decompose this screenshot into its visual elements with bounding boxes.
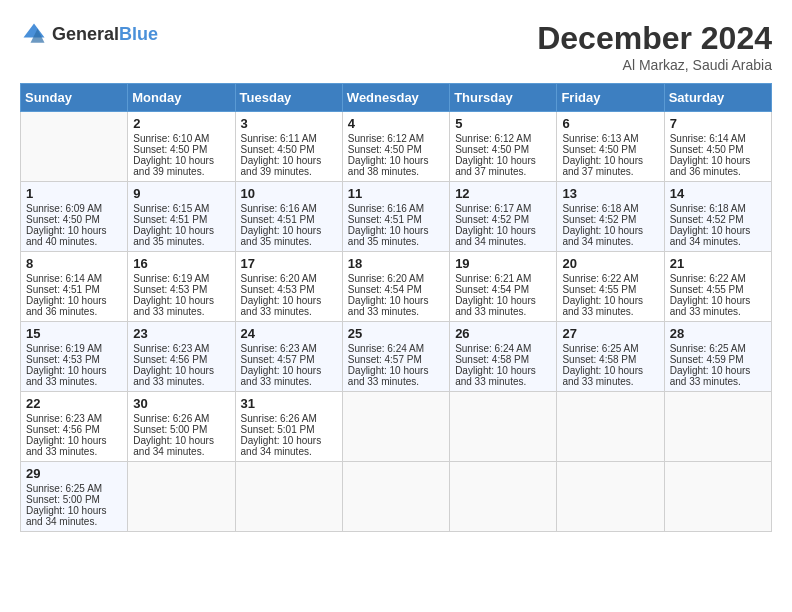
day-number: 4 [348, 116, 444, 131]
table-row: 30Sunrise: 6:26 AMSunset: 5:00 PMDayligh… [128, 392, 235, 462]
col-saturday: Saturday [664, 84, 771, 112]
daylight-label: Daylight: 10 hours and 34 minutes. [670, 225, 751, 247]
table-row: 3Sunrise: 6:11 AMSunset: 4:50 PMDaylight… [235, 112, 342, 182]
sunset-label: Sunset: 4:53 PM [133, 284, 207, 295]
sunset-label: Sunset: 4:50 PM [348, 144, 422, 155]
sunrise-label: Sunrise: 6:20 AM [241, 273, 317, 284]
location-title: Al Markaz, Saudi Arabia [537, 57, 772, 73]
calendar: Sunday Monday Tuesday Wednesday Thursday… [20, 83, 772, 532]
daylight-label: Daylight: 10 hours and 34 minutes. [455, 225, 536, 247]
col-monday: Monday [128, 84, 235, 112]
calendar-row: 2Sunrise: 6:10 AMSunset: 4:50 PMDaylight… [21, 112, 772, 182]
table-row: 25Sunrise: 6:24 AMSunset: 4:57 PMDayligh… [342, 322, 449, 392]
day-number: 31 [241, 396, 337, 411]
sunrise-label: Sunrise: 6:21 AM [455, 273, 531, 284]
table-row: 17Sunrise: 6:20 AMSunset: 4:53 PMDayligh… [235, 252, 342, 322]
table-row [664, 392, 771, 462]
col-tuesday: Tuesday [235, 84, 342, 112]
table-row: 20Sunrise: 6:22 AMSunset: 4:55 PMDayligh… [557, 252, 664, 322]
sunrise-label: Sunrise: 6:25 AM [26, 483, 102, 494]
day-number: 9 [133, 186, 229, 201]
sunset-label: Sunset: 4:54 PM [455, 284, 529, 295]
daylight-label: Daylight: 10 hours and 37 minutes. [562, 155, 643, 177]
day-number: 15 [26, 326, 122, 341]
daylight-label: Daylight: 10 hours and 33 minutes. [455, 295, 536, 317]
daylight-label: Daylight: 10 hours and 33 minutes. [26, 365, 107, 387]
table-row [450, 462, 557, 532]
sunset-label: Sunset: 4:52 PM [670, 214, 744, 225]
table-row: 21Sunrise: 6:22 AMSunset: 4:55 PMDayligh… [664, 252, 771, 322]
sunset-label: Sunset: 4:52 PM [455, 214, 529, 225]
sunset-label: Sunset: 4:52 PM [562, 214, 636, 225]
sunset-label: Sunset: 4:58 PM [562, 354, 636, 365]
sunset-label: Sunset: 4:50 PM [562, 144, 636, 155]
table-row [235, 462, 342, 532]
sunrise-label: Sunrise: 6:19 AM [26, 343, 102, 354]
day-number: 22 [26, 396, 122, 411]
daylight-label: Daylight: 10 hours and 35 minutes. [348, 225, 429, 247]
daylight-label: Daylight: 10 hours and 39 minutes. [241, 155, 322, 177]
sunrise-label: Sunrise: 6:12 AM [348, 133, 424, 144]
sunrise-label: Sunrise: 6:25 AM [562, 343, 638, 354]
table-row: 15Sunrise: 6:19 AMSunset: 4:53 PMDayligh… [21, 322, 128, 392]
sunrise-label: Sunrise: 6:20 AM [348, 273, 424, 284]
daylight-label: Daylight: 10 hours and 33 minutes. [133, 295, 214, 317]
sunset-label: Sunset: 5:01 PM [241, 424, 315, 435]
table-row [557, 392, 664, 462]
table-row: 7Sunrise: 6:14 AMSunset: 4:50 PMDaylight… [664, 112, 771, 182]
sunrise-label: Sunrise: 6:22 AM [562, 273, 638, 284]
sunrise-label: Sunrise: 6:18 AM [562, 203, 638, 214]
daylight-label: Daylight: 10 hours and 34 minutes. [133, 435, 214, 457]
table-row: 19Sunrise: 6:21 AMSunset: 4:54 PMDayligh… [450, 252, 557, 322]
sunset-label: Sunset: 4:57 PM [241, 354, 315, 365]
day-number: 7 [670, 116, 766, 131]
sunrise-label: Sunrise: 6:10 AM [133, 133, 209, 144]
day-number: 12 [455, 186, 551, 201]
table-row: 23Sunrise: 6:23 AMSunset: 4:56 PMDayligh… [128, 322, 235, 392]
sunrise-label: Sunrise: 6:23 AM [133, 343, 209, 354]
sunrise-label: Sunrise: 6:16 AM [241, 203, 317, 214]
day-number: 6 [562, 116, 658, 131]
sunrise-label: Sunrise: 6:19 AM [133, 273, 209, 284]
day-number: 23 [133, 326, 229, 341]
col-sunday: Sunday [21, 84, 128, 112]
day-number: 25 [348, 326, 444, 341]
daylight-label: Daylight: 10 hours and 33 minutes. [26, 435, 107, 457]
day-number: 16 [133, 256, 229, 271]
logo: GeneralBlue [20, 20, 158, 48]
col-thursday: Thursday [450, 84, 557, 112]
sunrise-label: Sunrise: 6:14 AM [670, 133, 746, 144]
table-row: 2Sunrise: 6:10 AMSunset: 4:50 PMDaylight… [128, 112, 235, 182]
day-number: 8 [26, 256, 122, 271]
day-number: 29 [26, 466, 122, 481]
calendar-row: 15Sunrise: 6:19 AMSunset: 4:53 PMDayligh… [21, 322, 772, 392]
sunrise-label: Sunrise: 6:16 AM [348, 203, 424, 214]
day-number: 30 [133, 396, 229, 411]
sunset-label: Sunset: 4:56 PM [26, 424, 100, 435]
sunrise-label: Sunrise: 6:15 AM [133, 203, 209, 214]
day-number: 1 [26, 186, 122, 201]
table-row: 31Sunrise: 6:26 AMSunset: 5:01 PMDayligh… [235, 392, 342, 462]
sunset-label: Sunset: 4:50 PM [133, 144, 207, 155]
day-number: 2 [133, 116, 229, 131]
table-row: 22Sunrise: 6:23 AMSunset: 4:56 PMDayligh… [21, 392, 128, 462]
daylight-label: Daylight: 10 hours and 35 minutes. [241, 225, 322, 247]
sunrise-label: Sunrise: 6:23 AM [241, 343, 317, 354]
daylight-label: Daylight: 10 hours and 33 minutes. [670, 365, 751, 387]
svg-marker-0 [24, 24, 45, 38]
sunset-label: Sunset: 4:50 PM [455, 144, 529, 155]
table-row: 8Sunrise: 6:14 AMSunset: 4:51 PMDaylight… [21, 252, 128, 322]
sunset-label: Sunset: 4:51 PM [26, 284, 100, 295]
day-number: 28 [670, 326, 766, 341]
table-row: 28Sunrise: 6:25 AMSunset: 4:59 PMDayligh… [664, 322, 771, 392]
table-row [557, 462, 664, 532]
daylight-label: Daylight: 10 hours and 33 minutes. [670, 295, 751, 317]
day-number: 11 [348, 186, 444, 201]
day-number: 18 [348, 256, 444, 271]
table-row: 27Sunrise: 6:25 AMSunset: 4:58 PMDayligh… [557, 322, 664, 392]
table-row: 9Sunrise: 6:15 AMSunset: 4:51 PMDaylight… [128, 182, 235, 252]
daylight-label: Daylight: 10 hours and 36 minutes. [26, 295, 107, 317]
sunset-label: Sunset: 4:55 PM [670, 284, 744, 295]
table-row [342, 462, 449, 532]
sunrise-label: Sunrise: 6:11 AM [241, 133, 317, 144]
